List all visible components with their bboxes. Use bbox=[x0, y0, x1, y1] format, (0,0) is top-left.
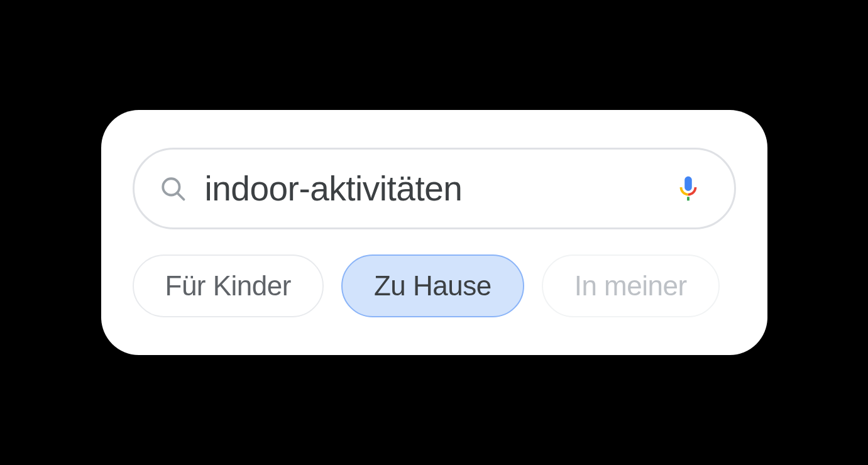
microphone-icon[interactable] bbox=[674, 174, 703, 203]
filter-chip-home[interactable]: Zu Hause bbox=[341, 254, 524, 317]
svg-line-1 bbox=[177, 194, 184, 200]
filter-chips-row: Für Kinder Zu Hause In meiner bbox=[133, 254, 736, 317]
filter-chip-nearby[interactable]: In meiner bbox=[542, 254, 720, 317]
search-bar[interactable] bbox=[133, 148, 736, 229]
search-card: Für Kinder Zu Hause In meiner bbox=[101, 110, 767, 355]
filter-chip-kids[interactable]: Für Kinder bbox=[133, 254, 324, 317]
chip-label: Zu Hause bbox=[374, 270, 492, 302]
search-icon bbox=[160, 175, 186, 202]
chip-label: Für Kinder bbox=[165, 270, 291, 302]
search-input[interactable] bbox=[205, 168, 661, 209]
chip-label: In meiner bbox=[574, 270, 687, 302]
